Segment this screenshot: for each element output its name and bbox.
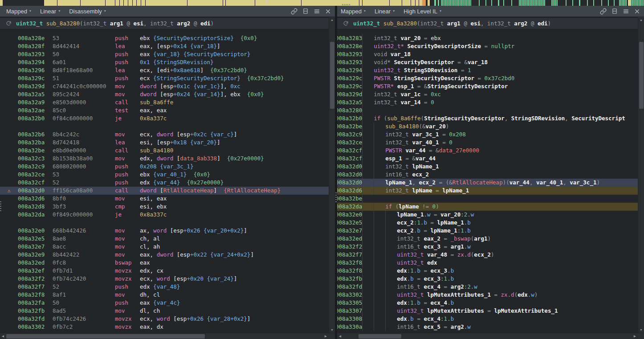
reanalyze-function-icon[interactable] <box>6 20 12 26</box>
mnemonic[interactable]: push <box>115 179 140 187</box>
hlil-token[interactable]: ecx_3 <box>431 267 448 274</box>
hlil-token[interactable]: = & <box>426 147 439 154</box>
scroll-right-arrow[interactable]: ▶ <box>632 333 638 339</box>
operand-token[interactable]: 0x22 {var_24+0x2} <box>193 251 250 258</box>
address[interactable]: 008a32fd <box>337 283 362 291</box>
operand-token[interactable]: 0x1c {var_1c} <box>177 83 220 90</box>
hlil-token[interactable]: = <box>431 211 441 218</box>
operand-token[interactable]: ] <box>247 315 251 322</box>
address[interactable]: 008a32e5 <box>18 235 53 243</box>
operand-token[interactable]: ecx, <box>140 315 157 322</box>
disasm-row[interactable]: 008a32fb8ad5movdl, ch <box>0 307 329 315</box>
hlil-token[interactable]: = <box>439 139 449 146</box>
operand-token[interactable]: edx, <box>140 155 157 162</box>
hlil-token[interactable]: var_18 <box>468 59 488 65</box>
left-view-mode-menu[interactable]: Mapped ▾ <box>6 8 31 15</box>
hlil-token[interactable]: lpName_1 <box>442 187 469 194</box>
hlil-token[interactable]: edx <box>397 299 407 306</box>
signature-token[interactable]: arg1 <box>110 20 123 27</box>
address[interactable]: 008a32b6 <box>18 131 53 139</box>
hlil-token[interactable]: .b <box>447 299 454 306</box>
disasm-row[interactable]: 008a32fd0fb74c2426movzxecx, word [esp+0x… <box>0 315 329 323</box>
address[interactable]: 008a32d6 <box>337 187 362 195</box>
scroll-up-arrow[interactable]: ▲ <box>638 17 644 23</box>
hlil-token[interactable]: ) <box>534 291 538 298</box>
address[interactable]: 008a3293 <box>18 50 53 58</box>
address[interactable]: 008a32f8 <box>18 291 53 299</box>
mnemonic[interactable]: call <box>115 98 140 106</box>
operand-token[interactable]: 0xc <box>230 83 240 90</box>
disasm-row[interactable]: 008a32a5895c2424movdword [esp+0x24 {var_… <box>0 90 329 98</box>
feature-map-strip[interactable] <box>0 0 644 6</box>
hlil-row[interactable]: 008a3308edx.b = ecx_4:1.b <box>337 315 638 323</box>
hlil-token[interactable]: .b <box>464 227 471 234</box>
operand-token[interactable]: esi, ebx <box>140 203 167 210</box>
disasm-row[interactable]: 008a32ce53pushebx {var_40_1} {0x0} <box>0 171 329 179</box>
hlil-token[interactable]: var_20 <box>400 35 420 41</box>
mnemonic[interactable]: mov <box>115 195 140 203</box>
operand-token[interactable]: ] <box>217 43 220 49</box>
hlil-token[interactable]: arg1 <box>474 235 487 242</box>
operand-token[interactable]: dword <box>157 131 177 138</box>
hlil-token[interactable]: int32_t <box>385 131 412 138</box>
hlil-token[interactable]: ecx_3 <box>424 275 440 282</box>
hlil-token[interactable]: var_1c <box>400 91 420 98</box>
right-hscroll-thumb[interactable] <box>359 334 401 339</box>
operand-token[interactable]: {0x27e0000} <box>187 179 224 186</box>
operand-token[interactable]: 0x24 {var_14} <box>177 91 220 98</box>
operand-token[interactable]: dword <box>140 187 160 194</box>
hlil-token[interactable]: 0 <box>432 203 436 210</box>
address[interactable]: 008a32cf <box>337 155 362 163</box>
mnemonic[interactable]: push <box>115 34 140 42</box>
operand-token[interactable]: dh, cl <box>140 291 160 298</box>
hlil-token[interactable]: .w <box>464 323 471 330</box>
hlil-token[interactable]: zx.d <box>457 251 471 258</box>
address[interactable]: 008a32be <box>18 147 53 155</box>
hlil-row[interactable]: 008a32c9int32_t var_3c_1 = 0x208 <box>337 131 638 139</box>
disasm-row[interactable]: 008a32da0f849c000000je0x8a337c <box>0 211 329 219</box>
hlil-token[interactable]: = <box>481 43 491 49</box>
signature-token[interactable]: ( <box>80 20 83 27</box>
hlil-token[interactable]: .b <box>414 227 420 234</box>
signature-token[interactable]: sub_8a3280 <box>383 20 417 27</box>
opcode-bytes[interactable]: 50 <box>53 299 115 307</box>
operand-token[interactable]: 0x8a337c <box>140 211 167 218</box>
hlil-token[interactable]: , <box>412 179 419 186</box>
signature-token[interactable]: @ <box>123 20 134 27</box>
hlil-token[interactable]: = <box>421 35 431 41</box>
signature-token[interactable]: arg1 <box>447 20 461 27</box>
hlil-token[interactable]: StringSecurityDescriptor <box>424 115 505 122</box>
signature-token[interactable]: esi <box>470 20 481 27</box>
mnemonic[interactable]: push <box>115 171 140 179</box>
hlil-token[interactable]: var_44 <box>416 155 436 162</box>
mnemonic[interactable]: mov <box>115 243 140 251</box>
address[interactable]: 008a32f7 <box>18 283 53 291</box>
signature-token[interactable]: arg2 <box>514 20 527 27</box>
function-signature-right[interactable]: uint32_t sub_8a3280(int32_t arg1 @ esi, … <box>337 17 638 29</box>
scroll-right-arrow[interactable]: ▶ <box>323 333 329 339</box>
operand-token[interactable]: esi, eax <box>140 195 167 202</box>
left-horizontal-scrollbar[interactable]: ◀ ▶ <box>0 333 335 339</box>
operand-token[interactable] <box>217 187 224 194</box>
hlil-token[interactable]: .b <box>447 267 454 274</box>
signature-token[interactable]: uint32_t <box>353 20 383 27</box>
hlil-token[interactable]: var_20 <box>440 211 461 218</box>
address[interactable]: 008a32e7 <box>18 243 53 251</box>
sync-link-icon[interactable] <box>291 8 298 15</box>
right-vscroll-thumb[interactable] <box>639 42 644 109</box>
operand-token[interactable]: 0x14 {var_18} <box>173 43 217 49</box>
operand-token[interactable]: {0x27e0000} <box>227 155 264 162</box>
hlil-row[interactable]: 008a32e5ecx_2:1.b = lpName_1.b <box>337 219 638 227</box>
operand-token[interactable]: ecx, <box>140 275 157 282</box>
hlil-token[interactable]: .b <box>447 275 454 282</box>
hlil-token[interactable]: = <box>440 235 451 242</box>
operand-token[interactable]: ecx, <box>140 131 157 138</box>
mnemonic[interactable]: movzx <box>115 275 140 283</box>
hlil-token[interactable]: var_18 <box>391 51 411 57</box>
hlil-row[interactable]: 008a32e7ecx_2.b = lpName_1:1.b <box>337 227 638 235</box>
operand-token[interactable]: ], ebx <box>220 91 240 98</box>
opcode-bytes[interactable]: 50 <box>53 50 115 58</box>
hlil-row[interactable]: 008a32f7uint32_t var_48 = zx.d(ecx_2) <box>337 251 638 259</box>
address[interactable]: 008a32a9 <box>18 98 53 106</box>
disasm-row[interactable]: 008a32e58ae8movch, al <box>0 235 329 243</box>
